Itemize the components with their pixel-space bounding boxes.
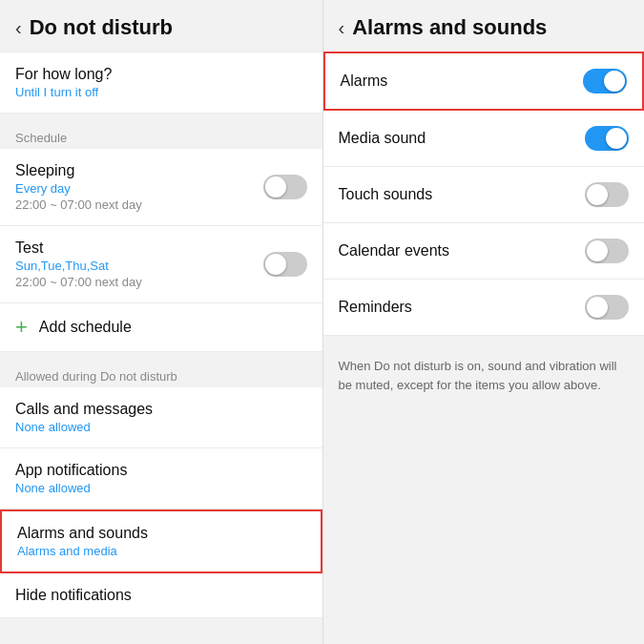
reminders-toggle-knob <box>587 297 608 318</box>
test-text: Test Sun,Tue,Thu,Sat 22:00 ~ 07:00 next … <box>15 239 142 289</box>
app-notifications-label: App notifications <box>15 462 307 479</box>
touch-sounds-toggle[interactable] <box>585 182 629 207</box>
back-icon-right[interactable]: ‹ <box>339 17 345 39</box>
for-how-long-label: For how long? <box>15 66 307 83</box>
hide-notifications-row[interactable]: Hide notifications <box>0 571 322 618</box>
media-sound-toggle[interactable] <box>585 126 629 151</box>
right-header: ‹ Alarms and sounds <box>323 0 645 52</box>
sleeping-label: Sleeping <box>15 162 142 179</box>
calendar-events-toggle-knob <box>587 240 608 261</box>
alarms-row[interactable]: Alarms <box>323 52 645 111</box>
touch-sounds-label: Touch sounds <box>339 186 433 203</box>
back-icon-left[interactable]: ‹ <box>15 17 22 39</box>
calls-messages-sub: None allowed <box>15 420 307 434</box>
right-panel: ‹ Alarms and sounds Alarms Media sound T… <box>323 0 645 644</box>
media-sound-toggle-knob <box>606 128 627 149</box>
sleeping-toggle-knob <box>265 177 286 197</box>
test-sub2: 22:00 ~ 07:00 next day <box>15 275 142 289</box>
calls-messages-label: Calls and messages <box>15 401 307 418</box>
test-toggle-knob <box>265 254 286 275</box>
plus-icon: + <box>15 317 28 338</box>
app-notifications-sub: None allowed <box>15 481 307 495</box>
test-label: Test <box>15 239 142 257</box>
alarms-sounds-sub: Alarms and media <box>17 544 305 558</box>
reminders-label: Reminders <box>339 299 412 316</box>
alarms-label: Alarms <box>341 73 388 90</box>
for-how-long-sub: Until I turn it off <box>15 85 307 99</box>
for-how-long-section[interactable]: For how long? Until I turn it off <box>0 52 322 114</box>
right-panel-title: Alarms and sounds <box>352 15 547 40</box>
divider-2 <box>0 352 322 360</box>
calendar-events-label: Calendar events <box>339 242 450 260</box>
add-schedule-label: Add schedule <box>39 319 132 336</box>
alarms-sounds-row[interactable]: Alarms and sounds Alarms and media <box>0 509 322 571</box>
calls-messages-row[interactable]: Calls and messages None allowed <box>0 387 322 448</box>
media-sound-row[interactable]: Media sound <box>323 111 645 167</box>
calendar-events-toggle[interactable] <box>585 239 629 263</box>
reminders-toggle[interactable] <box>585 295 629 320</box>
touch-sounds-row[interactable]: Touch sounds <box>323 167 645 223</box>
sleeping-sub1: Every day <box>15 181 142 196</box>
reminders-row[interactable]: Reminders <box>323 280 645 336</box>
schedule-section-label: Schedule <box>0 121 322 149</box>
media-sound-label: Media sound <box>339 130 426 147</box>
touch-sounds-toggle-knob <box>587 184 608 205</box>
divider-1 <box>0 114 322 121</box>
alarms-toggle-knob <box>604 71 625 92</box>
test-toggle[interactable] <box>263 252 307 277</box>
sleeping-text: Sleeping Every day 22:00 ~ 07:00 next da… <box>15 162 142 212</box>
left-panel: ‹ Do not disturb For how long? Until I t… <box>0 0 322 644</box>
add-schedule-row[interactable]: + Add schedule <box>0 303 322 352</box>
note-text: When Do not disturb is on, sound and vib… <box>323 343 645 407</box>
test-sub1: Sun,Tue,Thu,Sat <box>15 259 142 273</box>
hide-notifications-label: Hide notifications <box>15 587 307 604</box>
sleeping-row[interactable]: Sleeping Every day 22:00 ~ 07:00 next da… <box>0 149 322 226</box>
calendar-events-row[interactable]: Calendar events <box>323 223 645 280</box>
allowed-section-label: Allowed during Do not disturb <box>0 360 322 387</box>
app-notifications-row[interactable]: App notifications None allowed <box>0 448 322 509</box>
sleeping-toggle[interactable] <box>263 175 307 199</box>
test-row[interactable]: Test Sun,Tue,Thu,Sat 22:00 ~ 07:00 next … <box>0 226 322 303</box>
alarms-sounds-label: Alarms and sounds <box>17 525 305 542</box>
sleeping-sub2: 22:00 ~ 07:00 next day <box>15 197 142 212</box>
left-panel-title: Do not disturb <box>30 15 173 40</box>
right-divider <box>323 336 645 343</box>
left-header: ‹ Do not disturb <box>0 0 322 52</box>
alarms-toggle[interactable] <box>583 69 627 93</box>
